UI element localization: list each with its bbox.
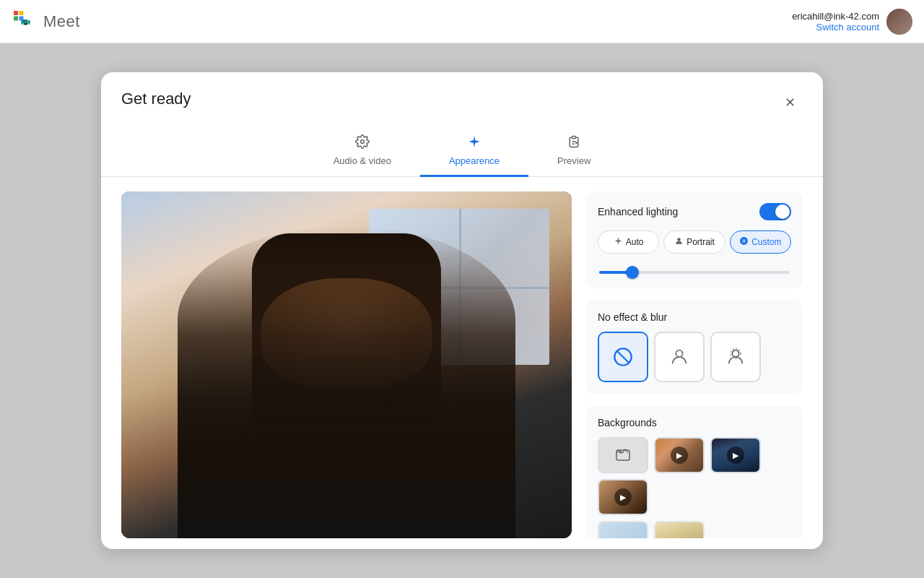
svg-rect-3 — [14, 16, 18, 20]
close-button[interactable]: ✕ — [777, 90, 803, 116]
svg-point-5 — [360, 140, 364, 144]
right-panel: Enhanced lighting Auto — [586, 191, 803, 538]
svg-rect-4 — [19, 16, 24, 20]
video-preview — [121, 191, 572, 538]
effects-grid — [598, 332, 791, 382]
mode-portrait-button[interactable]: Portrait — [663, 230, 725, 254]
modal-overlay: Get ready ✕ Audio & video — [0, 43, 924, 578]
switch-account-link[interactable]: Switch account — [792, 22, 879, 33]
portrait-icon — [674, 236, 684, 248]
backgrounds-grid: ▶ ▶ ▶ — [598, 437, 791, 515]
svg-rect-1 — [14, 11, 18, 15]
tab-appearance[interactable]: Appearence — [420, 127, 528, 177]
bg-thumb-3[interactable]: ▶ — [598, 479, 648, 515]
svg-rect-6 — [572, 137, 576, 139]
lighting-row: Enhanced lighting — [598, 203, 791, 220]
backgrounds-grid-row2 — [598, 521, 791, 538]
tabs: Audio & video Appearence — [101, 127, 823, 177]
play-icon-2: ▶ — [727, 447, 744, 464]
backgrounds-title: Backgrounds — [598, 417, 791, 428]
mode-auto-button[interactable]: Auto — [598, 230, 659, 254]
topbar-right: ericahill@ink-42.com Switch account — [792, 9, 912, 35]
svg-point-15 — [619, 452, 622, 454]
bg-add-button[interactable] — [598, 437, 648, 473]
slider-container — [598, 264, 791, 277]
effect-blur-heavy-button[interactable] — [710, 332, 761, 382]
lighting-toggle[interactable] — [759, 203, 791, 220]
meet-logo-icon — [12, 9, 38, 35]
mode-auto-label: Auto — [626, 237, 644, 247]
tab-preview[interactable]: Preview — [528, 127, 619, 177]
topbar: Meet ericahill@ink-42.com Switch account — [0, 0, 924, 43]
app-name: Meet — [43, 12, 80, 31]
account-email: ericahill@ink-42.com — [792, 11, 879, 22]
custom-icon — [739, 236, 749, 248]
avatar-image — [886, 9, 912, 35]
auto-icon — [614, 236, 623, 248]
effect-blur-light-button[interactable] — [654, 332, 705, 382]
mode-buttons: Auto Portrait Custom — [598, 230, 791, 254]
video-inner — [121, 191, 572, 538]
tab-audio-video[interactable]: Audio & video — [305, 127, 420, 177]
svg-point-12 — [732, 350, 738, 357]
lighting-slider[interactable] — [599, 271, 790, 274]
gear-icon — [355, 134, 370, 152]
svg-rect-2 — [19, 11, 24, 15]
tab-appearance-label: Appearence — [449, 155, 500, 166]
bg-thumb-2[interactable]: ▶ — [710, 437, 761, 473]
lighting-label: Enhanced lighting — [598, 206, 678, 217]
account-info: ericahill@ink-42.com Switch account — [792, 11, 879, 33]
avatar[interactable] — [886, 9, 912, 35]
bg-thumb-6[interactable] — [654, 521, 705, 538]
bg-thumb-5[interactable] — [598, 521, 648, 538]
bg-thumb-1[interactable]: ▶ — [654, 437, 705, 473]
play-icon-1: ▶ — [671, 447, 688, 464]
person-body — [178, 226, 515, 538]
dialog-title: Get ready — [121, 90, 191, 108]
effect-none-button[interactable] — [598, 332, 648, 382]
dialog-header: Get ready ✕ — [101, 72, 823, 116]
lighting-section: Enhanced lighting Auto — [586, 191, 803, 288]
sparkle-icon — [467, 134, 481, 152]
topbar-left: Meet — [12, 9, 80, 35]
preview-icon — [567, 134, 581, 152]
get-ready-dialog: Get ready ✕ Audio & video — [101, 72, 823, 549]
toggle-knob — [775, 204, 790, 219]
mode-portrait-label: Portrait — [687, 237, 715, 247]
backgrounds-section: Backgrounds ▶ ▶ — [586, 405, 803, 538]
effects-section: No effect & blur — [586, 300, 803, 394]
svg-line-9 — [617, 351, 629, 363]
play-icon-3: ▶ — [614, 488, 632, 506]
mode-custom-button[interactable]: Custom — [730, 230, 791, 254]
tab-preview-label: Preview — [557, 155, 590, 166]
svg-point-7 — [677, 238, 680, 241]
dialog-content: Enhanced lighting Auto — [101, 177, 823, 549]
mode-custom-label: Custom — [751, 237, 781, 247]
tab-audio-video-label: Audio & video — [334, 155, 391, 166]
effects-title: No effect & blur — [598, 311, 791, 323]
